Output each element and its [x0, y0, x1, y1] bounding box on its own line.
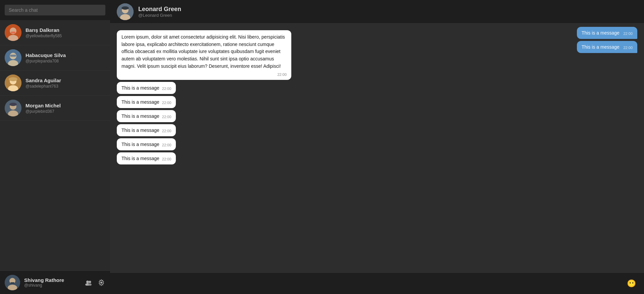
emoji-button[interactable]: 😶	[625, 278, 637, 290]
search-input[interactable]	[5, 5, 105, 15]
contact-name-baris: Barış Dalkıran	[26, 27, 62, 33]
current-user-name: Shivang Rathore	[24, 277, 85, 283]
chat-header-handle: @Leonard Green	[138, 13, 181, 18]
received-message-text-1: This is a message	[121, 85, 159, 91]
sent-message-time-1: 22:00	[623, 46, 633, 50]
sent-message-1: This is a message 22:00	[577, 41, 637, 53]
contact-handle-baris: @yellowbutterfly585	[26, 34, 62, 38]
message-input[interactable]	[117, 281, 625, 286]
current-user-handle: @shivang	[24, 283, 85, 288]
received-message-3: This is a message 22:00	[117, 110, 176, 122]
contact-info-sandra: Sandra Aguilar @sadelephant763	[26, 78, 61, 89]
received-message-1: This is a message 22:00	[117, 82, 176, 94]
contact-handle-sandra: @sadelephant763	[26, 84, 61, 89]
received-message-time-1: 22:00	[162, 87, 171, 91]
sidebar-item-baris[interactable]: Barış Dalkıran @yellowbutterfly585	[0, 20, 110, 45]
contact-name-morgan: Morgan Michel	[26, 103, 61, 108]
sent-message-text-1: This is a message	[582, 44, 621, 50]
received-message-2: This is a message 22:00	[117, 96, 176, 108]
received-message-text-3: This is a message	[121, 113, 159, 119]
contact-handle-morgan: @purplebird367	[26, 109, 61, 114]
settings-icon-btn[interactable]	[97, 279, 105, 287]
avatar-sandra	[5, 75, 21, 91]
user-bar-icons	[85, 279, 105, 287]
svg-point-15	[9, 103, 17, 106]
contact-handle-habacuque: @purplepanda708	[26, 59, 66, 63]
contact-info-baris: Barış Dalkıran @yellowbutterfly585	[26, 27, 62, 38]
sent-message-0: This is a message 22:00	[577, 27, 637, 39]
received-message-text-4: This is a message	[121, 128, 159, 133]
chat-header: Leonard Green @Leonard Green	[110, 0, 644, 23]
received-message-time-6: 22:00	[162, 157, 171, 161]
received-message-text-5: This is a message	[121, 142, 159, 147]
messages-area[interactable]: This is a message 22:00 This is a messag…	[110, 23, 644, 273]
avatar-baris	[5, 24, 21, 41]
user-bar-info: Shivang Rathore @shivang	[24, 277, 85, 288]
received-message-time-0: 22:00	[277, 72, 287, 77]
svg-rect-19	[10, 282, 14, 284]
contact-info-habacuque: Habacuque Silva @purplepanda708	[26, 52, 66, 63]
svg-point-20	[86, 281, 89, 283]
avatar-morgan	[5, 100, 21, 116]
avatar-leonard	[117, 3, 134, 20]
emoji-icon: 😶	[627, 279, 636, 288]
sidebar-item-habacuque[interactable]: Habacuque Silva @purplepanda708	[0, 45, 110, 70]
received-message-4: This is a message 22:00	[117, 124, 176, 136]
sidebar-item-morgan[interactable]: Morgan Michel @purplebird367	[0, 96, 110, 121]
svg-point-21	[89, 281, 91, 283]
contact-name-sandra: Sandra Aguilar	[26, 78, 61, 83]
group-icon-btn[interactable]	[85, 279, 93, 287]
contact-info-morgan: Morgan Michel @purplebird367	[26, 103, 61, 114]
avatar-habacuque	[5, 49, 21, 66]
sidebar: Barış Dalkıran @yellowbutterfly585 Habac…	[0, 0, 110, 294]
svg-point-24	[100, 282, 102, 284]
received-message-text-6: This is a message	[121, 156, 159, 161]
chat-header-info: Leonard Green @Leonard Green	[138, 6, 181, 18]
received-message-time-5: 22:00	[162, 143, 171, 147]
received-message-0: Lorem ipsum, dolor sit amet consectetur …	[117, 30, 291, 80]
sent-message-text-0: This is a message	[582, 30, 621, 36]
sent-messages-group: This is a message 22:00 This is a messag…	[577, 27, 637, 53]
contact-list: Barış Dalkıran @yellowbutterfly585 Habac…	[0, 20, 110, 271]
sent-message-time-0: 22:00	[623, 32, 633, 36]
main-chat: Leonard Green @Leonard Green This is a m…	[110, 0, 644, 294]
user-bar: Shivang Rathore @shivang	[0, 271, 110, 294]
received-message-text-2: This is a message	[121, 99, 159, 105]
received-message-time-4: 22:00	[162, 129, 171, 133]
received-messages-group: Lorem ipsum, dolor sit amet consectetur …	[117, 30, 637, 164]
received-message-time-3: 22:00	[162, 115, 171, 119]
received-message-text-0: Lorem ipsum, dolor sit amet consectetur …	[121, 34, 287, 70]
received-message-5: This is a message 22:00	[117, 138, 176, 150]
svg-point-11	[9, 77, 17, 81]
received-message-time-2: 22:00	[162, 101, 171, 105]
avatar-current-user	[5, 275, 20, 290]
received-message-6: This is a message 22:00	[117, 152, 176, 164]
search-bar	[0, 0, 110, 20]
svg-rect-7	[10, 55, 16, 57]
sidebar-item-sandra[interactable]: Sandra Aguilar @sadelephant763	[0, 70, 110, 96]
chat-header-name: Leonard Green	[138, 6, 181, 13]
svg-rect-3	[11, 32, 15, 34]
svg-point-28	[121, 6, 129, 10]
contact-name-habacuque: Habacuque Silva	[26, 52, 66, 58]
input-area: 😶	[110, 273, 644, 294]
